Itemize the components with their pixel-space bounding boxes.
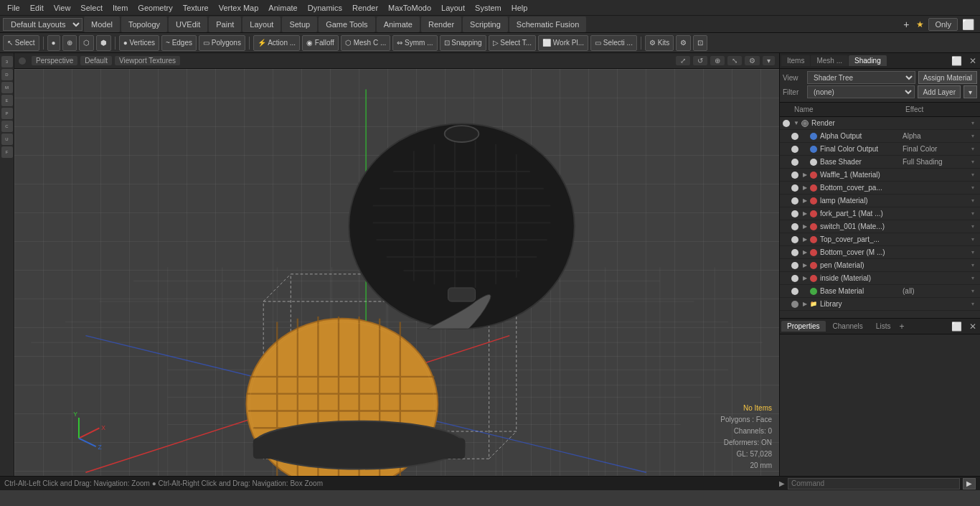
visibility-dot-alpha-output[interactable]: [791, 133, 798, 140]
shader-tree-item-lamp[interactable]: ▶lamp (Material)▾: [780, 195, 980, 207]
command-input[interactable]: [788, 478, 960, 489]
shader-tree-item-alpha-output[interactable]: Alpha OutputAlpha▾: [780, 130, 980, 143]
shader-tree-select[interactable]: Shader Tree: [807, 71, 915, 84]
visibility-dot-library[interactable]: [791, 301, 798, 308]
effect-arrow-pen[interactable]: ▾: [971, 262, 980, 268]
menu-item-dynamics[interactable]: Dynamics: [303, 2, 347, 14]
work-btn[interactable]: ⬜ Work Pl...: [538, 35, 588, 51]
effect-arrow-library[interactable]: ▾: [971, 301, 980, 307]
left-icon-c[interactable]: C: [1, 121, 13, 132]
vertices-btn[interactable]: ● Vertices: [119, 35, 159, 51]
visibility-dot-final-color[interactable]: [791, 146, 798, 153]
effect-arrow-bottom-cover-pa[interactable]: ▾: [971, 184, 980, 191]
left-icon-e[interactable]: E: [1, 95, 13, 106]
shader-tree-item-top-cover-part[interactable]: ▶Top_cover_part_...▾: [780, 233, 980, 246]
viewport[interactable]: Perspective Default Viewport Textures ⤢ …: [14, 53, 779, 476]
menu-item-edit[interactable]: Edit: [26, 2, 48, 14]
menu-item-maxtomodo[interactable]: MaxToModo: [384, 2, 435, 14]
shader-tree-item-switch001[interactable]: ▶switch_001 (Mate...)▾: [780, 220, 980, 233]
expand-btn-bottom-cover-pa[interactable]: ▶: [801, 184, 809, 192]
layout-tab-topology[interactable]: Topology: [121, 17, 167, 32]
left-icon-du[interactable]: D: [1, 69, 13, 80]
expand-btn-inside[interactable]: ▶: [801, 275, 809, 282]
visibility-dot-lamp[interactable]: [791, 197, 798, 205]
effect-arrow-top-cover-part[interactable]: ▾: [971, 236, 980, 243]
menu-item-select[interactable]: Select: [76, 2, 107, 14]
shader-tree-item-base-shader[interactable]: Base ShaderFull Shading▾: [780, 156, 980, 169]
right-tab-mesh-...[interactable]: Mesh ...: [811, 55, 848, 66]
kits-btn[interactable]: ⚙ Kits: [645, 35, 674, 51]
expand-btn-switch001[interactable]: ▶: [801, 223, 809, 230]
falloff-btn[interactable]: ◉ Falloff: [302, 35, 339, 51]
layout-tab-paint[interactable]: Paint: [209, 17, 241, 32]
viewport-style[interactable]: Default: [80, 56, 112, 65]
polygons-btn[interactable]: ▭ Polygons: [199, 35, 245, 51]
expand-btn-lamp[interactable]: ▶: [801, 197, 809, 205]
vp-fullscreen-btn[interactable]: ⤡: [727, 56, 742, 65]
visibility-dot-waffle1[interactable]: [791, 172, 798, 179]
dot-btn[interactable]: ●: [47, 35, 60, 51]
expand-btn-bottom-cover[interactable]: ▶: [801, 249, 809, 256]
sq-btn[interactable]: ⊡: [693, 35, 707, 51]
command-run-btn[interactable]: ▶: [963, 478, 976, 489]
layout-tab-uvedit[interactable]: UVEdit: [169, 17, 207, 32]
add-layer-dropdown-btn[interactable]: ▾: [963, 85, 977, 98]
layout-tab-model[interactable]: Model: [84, 17, 120, 32]
layout-tab-setup[interactable]: Setup: [282, 17, 317, 32]
shader-tree-item-inside[interactable]: ▶inside (Material)▾: [780, 272, 980, 285]
visibility-dot-base-shader[interactable]: [791, 159, 798, 166]
arrow-btn[interactable]: ▶: [779, 479, 785, 487]
sel2-btn[interactable]: ▭ Selecti ...: [590, 35, 637, 51]
shader-tree-item-fork-part1[interactable]: ▶fork_part_1 (Mat ...)▾: [780, 207, 980, 220]
expand-btn-pen[interactable]: ▶: [801, 262, 809, 269]
expand-btn-top-cover-part[interactable]: ▶: [801, 236, 809, 243]
properties-tab-properties[interactable]: Properties: [781, 321, 826, 332]
menu-item-vertex-map[interactable]: Vertex Map: [215, 2, 263, 14]
expand-btn-waffle1[interactable]: ▶: [801, 172, 809, 179]
effect-arrow-waffle1[interactable]: ▾: [971, 172, 980, 178]
effect-arrow-alpha-output[interactable]: ▾: [971, 133, 980, 139]
gear-btn[interactable]: ⚙: [676, 35, 691, 51]
menu-item-render[interactable]: Render: [348, 2, 382, 14]
maximize-button[interactable]: ⬜: [959, 19, 977, 30]
menu-item-system[interactable]: System: [471, 2, 506, 14]
hex-btn[interactable]: ⬡: [79, 35, 94, 51]
layout-tab-layout[interactable]: Layout: [242, 17, 281, 32]
action-btn[interactable]: ⚡ Action ...: [253, 35, 300, 51]
menu-item-geometry[interactable]: Geometry: [133, 2, 176, 14]
left-icon-me[interactable]: M: [1, 82, 13, 93]
snap-btn[interactable]: ⊡ Snapping: [440, 35, 486, 51]
layout-tab-schematic-fusion[interactable]: Schematic Fusion: [509, 17, 586, 32]
properties-tab-lists[interactable]: Lists: [870, 321, 897, 332]
visibility-dot-inside[interactable]: [791, 275, 798, 282]
layout-tab-render[interactable]: Render: [421, 17, 461, 32]
mesh-btn[interactable]: ⬡ Mesh C ...: [341, 35, 390, 51]
viewport-canvas[interactable]: X Y Z No Items Polygons : Face Channels:…: [14, 69, 779, 476]
right-tab-shading[interactable]: Shading: [849, 55, 887, 66]
visibility-dot-render[interactable]: [783, 120, 790, 127]
expand-btn-render[interactable]: ▼: [793, 120, 800, 127]
layout-dropdown[interactable]: Default Layouts: [3, 18, 83, 31]
expand-btn-library[interactable]: ▶: [801, 301, 809, 308]
shader-tree-item-bottom-cover[interactable]: ▶Bottom_cover (M ...)▾: [780, 246, 980, 259]
visibility-dot-base-material[interactable]: [791, 288, 798, 295]
visibility-dot-bottom-cover-pa[interactable]: [791, 184, 798, 192]
add-layer-btn[interactable]: Add Layer: [918, 85, 961, 98]
shader-tree-item-pen[interactable]: ▶pen (Material)▾: [780, 259, 980, 272]
only-button[interactable]: Only: [928, 18, 958, 31]
layout-tab-animate[interactable]: Animate: [377, 17, 420, 32]
effect-arrow-final-color[interactable]: ▾: [971, 146, 980, 152]
panel-close-btn[interactable]: ✕: [967, 56, 979, 66]
shader-tree-item-final-color[interactable]: Final Color OutputFinal Color▾: [780, 143, 980, 156]
menu-item-item[interactable]: Item: [108, 2, 132, 14]
menu-item-file[interactable]: File: [3, 2, 24, 14]
select-tool[interactable]: ↖ Select: [3, 35, 39, 51]
right-tab-items[interactable]: Items: [781, 55, 810, 66]
effect-arrow-inside[interactable]: ▾: [971, 275, 980, 281]
menu-item-texture[interactable]: Texture: [179, 2, 213, 14]
shader-tree-item-waffle1[interactable]: ▶Waffle_1 (Material)▾: [780, 169, 980, 182]
layout-tab-game-tools[interactable]: Game Tools: [319, 17, 375, 32]
filter-select[interactable]: (none): [807, 85, 915, 98]
vp-rotate-btn[interactable]: ↺: [693, 56, 707, 65]
select-t-btn[interactable]: ▷ Select T...: [489, 35, 537, 51]
